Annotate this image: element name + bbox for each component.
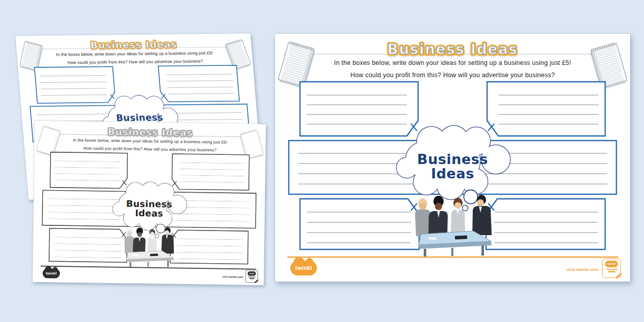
quality-badge: twinkl xyxy=(245,270,258,283)
twinkl-logo-text: twinkl xyxy=(46,271,57,275)
badge-cloud-icon: twinkl xyxy=(605,261,618,267)
instruction-line-2: How could you profit from this? How will… xyxy=(275,72,630,79)
worksheet-page: Business Ideas In the boxes below, write… xyxy=(275,34,630,282)
cloud-label-line1: Business xyxy=(275,152,630,167)
badge-text-bar xyxy=(606,269,617,270)
badge-cloud-icon: twinkl xyxy=(247,271,256,276)
twinkl-logo: twinkl xyxy=(42,268,60,278)
cloud-label: Business Ideas xyxy=(33,198,265,220)
badge-text-bar xyxy=(608,271,615,272)
instruction-line-1: In the boxes below, write down your idea… xyxy=(275,59,630,66)
sheet-front-left: Business Ideas In the boxes below, write… xyxy=(33,121,266,285)
visit-link: visit twinkl.com xyxy=(222,275,243,279)
cloud-label-line2: Ideas xyxy=(275,167,630,181)
quality-badge: twinkl xyxy=(602,259,621,278)
twinkl-logo-text: twinkl xyxy=(295,265,312,271)
worksheet-title: Business Ideas xyxy=(275,41,630,58)
twinkl-logo: twinkl xyxy=(290,261,317,275)
badge-text-bar xyxy=(248,277,255,278)
cloud-label: Business Ideas xyxy=(275,152,630,181)
sheet-main-right: Business Ideas In the boxes below, write… xyxy=(275,34,630,282)
worksheet-page-bw: Business Ideas In the boxes below, write… xyxy=(33,121,266,285)
visit-link: visit twinkl.com xyxy=(566,267,599,272)
badge-text-bar xyxy=(249,278,254,279)
